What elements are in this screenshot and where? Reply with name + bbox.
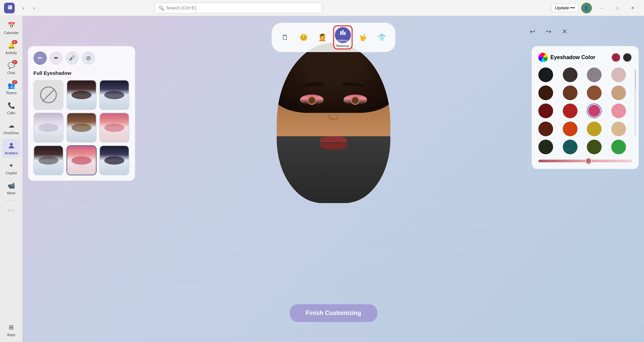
opacity-slider[interactable]	[538, 160, 632, 162]
color-bright-green[interactable]	[611, 140, 626, 154]
maximize-button[interactable]: □	[610, 3, 625, 13]
svg-rect-4	[342, 30, 344, 35]
eyeshadow-item-7-selected[interactable]	[67, 145, 97, 175]
color-dark-brown[interactable]	[563, 67, 577, 82]
color-deep-brown[interactable]	[538, 86, 553, 100]
redo-button[interactable]: ↪	[542, 25, 554, 37]
sidebar-item-onedrive[interactable]: ☁ OneDrive	[2, 119, 21, 138]
svg-point-1	[10, 143, 13, 146]
color-light-rose[interactable]	[611, 104, 626, 118]
eyeshadow-item-6[interactable]	[33, 145, 63, 175]
toolbar-outfit-button[interactable]: 👕	[374, 29, 390, 45]
sidebar-item-meet[interactable]: 📹 Meet	[2, 179, 21, 198]
eyeshadow-item-8[interactable]	[99, 145, 129, 175]
avatars-icon	[7, 142, 15, 150]
sidebar-label-teams: Teams	[6, 91, 16, 95]
sidebar-label-apps: Apps	[7, 333, 15, 337]
minimize-button[interactable]: –	[595, 3, 609, 13]
toolbar-makeup-button[interactable]: Makeup	[335, 27, 351, 43]
toolbar-head-button[interactable]: 💆	[314, 29, 331, 45]
eyeshadow-item-3[interactable]	[33, 113, 63, 143]
toolbar-gesture-button[interactable]: 🤟	[355, 29, 371, 45]
blush-tab-icon: ⊘	[86, 54, 91, 62]
left-panel: ✏ ✒ 🖋 ⊘ Full Eyeshadow	[28, 46, 135, 181]
tab-eyeshadow[interactable]: ✏	[33, 51, 47, 65]
search-input[interactable]	[166, 5, 318, 10]
sidebar-label-onedrive: OneDrive	[3, 131, 19, 135]
color-gold[interactable]	[587, 122, 602, 136]
title-bar: T ‹ › 🔍 Update ••• 👤 – □ ✕	[0, 0, 644, 16]
color-rust[interactable]	[538, 122, 553, 136]
color-dark-green[interactable]	[538, 140, 553, 154]
sidebar-item-avatars[interactable]: Avatars	[2, 139, 21, 158]
eyeshadow-item-2[interactable]	[99, 80, 129, 110]
sidebar-item-calendar[interactable]: 📅 Calendar	[2, 19, 21, 37]
right-panel-header: Eyeshadow Color	[538, 53, 632, 62]
eye-preview-5	[100, 113, 129, 142]
color-pink-selected[interactable]	[587, 104, 602, 118]
calendar-icon: 📅	[7, 21, 15, 29]
close-button[interactable]: ✕	[625, 3, 640, 13]
color-teal[interactable]	[563, 140, 577, 154]
toolbar-face-button[interactable]: 😊	[296, 29, 312, 45]
user-avatar[interactable]: 👤	[581, 3, 592, 13]
selected-color-1[interactable]	[611, 53, 621, 62]
sidebar-item-apps[interactable]: ⊞ Apps	[2, 321, 21, 339]
sidebar-item-chat[interactable]: 💬 5 Chat	[2, 59, 21, 77]
eyeshadow-tab-icon: ✏	[38, 54, 43, 62]
toolbar-gesture-wrapper: 🤟	[355, 29, 371, 45]
color-orange[interactable]	[563, 122, 577, 136]
color-grey[interactable]	[587, 67, 602, 82]
color-dark-red[interactable]	[538, 104, 553, 118]
color-warm-brown[interactable]	[587, 86, 602, 100]
lip-tab-icon: 🖋	[69, 55, 75, 62]
panel-scrollbar-thumb[interactable]	[635, 69, 636, 90]
section-title: Full Eyeshadow	[33, 70, 130, 76]
content-area: Avatars ⊡ Present now •••	[23, 16, 644, 342]
eyeshadow-item-5[interactable]	[99, 113, 129, 143]
eyeshadow-item-4[interactable]	[67, 113, 97, 143]
close-editor-button[interactable]: ✕	[558, 25, 570, 37]
onedrive-icon: ☁	[7, 122, 15, 130]
color-red[interactable]	[563, 104, 577, 118]
sidebar-label-calendar: Calendar	[4, 31, 19, 35]
sidebar-item-copilot[interactable]: ✦ Copilot	[2, 159, 21, 178]
finish-customizing-button[interactable]: Finish Customizing	[290, 304, 377, 322]
sidebar-item-activity[interactable]: 🔔 6 Activity	[2, 39, 21, 57]
tab-blush[interactable]: ⊘	[82, 51, 95, 65]
tab-lip[interactable]: 🖋	[66, 51, 79, 65]
update-button[interactable]: Update •••	[551, 4, 578, 12]
slider-thumb[interactable]	[585, 158, 592, 164]
color-olive[interactable]	[587, 140, 602, 154]
sidebar-label-copilot: Copilot	[5, 171, 17, 175]
toolbar-head-wrapper: 💆	[314, 29, 331, 45]
toolbar-pose-wrapper: 🗒	[277, 29, 293, 45]
nav-buttons: ‹ ›	[19, 3, 39, 13]
svg-text:T: T	[8, 6, 10, 9]
panel-scrollbar[interactable]	[635, 69, 636, 136]
sidebar-more[interactable]: ···	[2, 203, 21, 216]
top-right-toolbar: ↩ ↪ ✕	[526, 25, 570, 37]
sidebar-item-teams[interactable]: 👥 2 Teams	[2, 79, 21, 98]
color-light-pink[interactable]	[611, 67, 626, 82]
toolbar-pose-button[interactable]: 🗒	[277, 29, 293, 45]
eye-preview-2	[100, 80, 129, 109]
tab-eyeliner[interactable]: ✒	[49, 51, 63, 65]
eye-preview-1	[67, 80, 96, 109]
color-sand[interactable]	[611, 122, 626, 136]
forward-button[interactable]: ›	[29, 3, 39, 13]
title-bar-right: Update ••• 👤 – □ ✕	[551, 3, 640, 13]
sidebar-item-calls[interactable]: 📞 Calls	[2, 99, 21, 118]
eyeshadow-none[interactable]	[33, 80, 63, 110]
color-black[interactable]	[538, 67, 553, 82]
eyeshadow-item-1[interactable]	[67, 80, 97, 110]
undo-button[interactable]: ↩	[526, 25, 538, 37]
selected-colors	[611, 53, 632, 62]
color-beige[interactable]	[611, 86, 626, 100]
eye-preview-4	[67, 113, 96, 142]
outfit-icon: 👕	[378, 33, 386, 41]
avatar-head	[277, 43, 390, 203]
back-button[interactable]: ‹	[19, 3, 28, 13]
color-medium-brown[interactable]	[563, 86, 577, 100]
selected-color-2[interactable]	[623, 53, 632, 62]
